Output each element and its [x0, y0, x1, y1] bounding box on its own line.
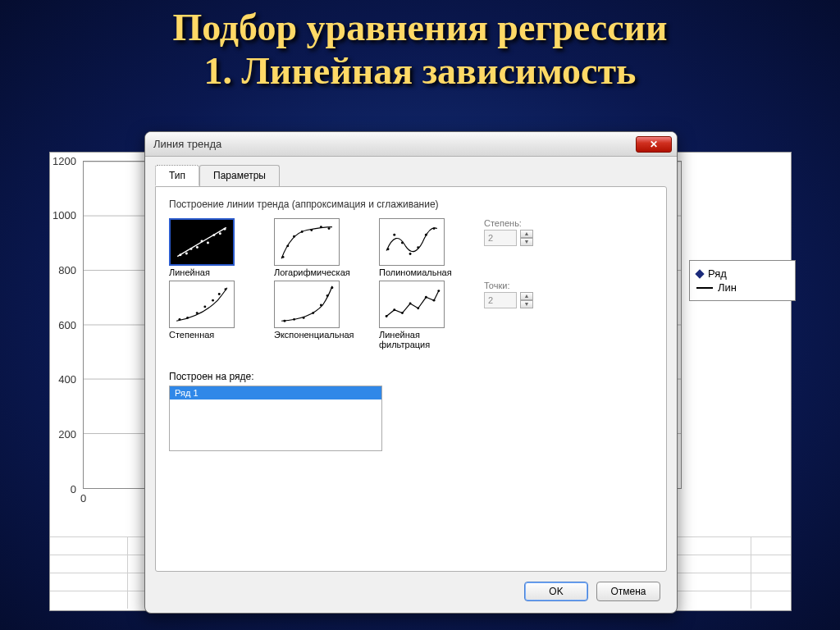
trend-label-movavg: Линейная фильтрация — [379, 330, 469, 349]
degree-spinner-group: Степень: ▲ ▼ — [484, 218, 653, 246]
svg-point-26 — [409, 253, 412, 255]
dialog-titlebar[interactable]: Линия тренда ✕ — [145, 132, 677, 157]
svg-point-48 — [417, 307, 419, 309]
series-list-label: Построен на ряде: — [169, 371, 653, 382]
ok-button[interactable]: OK — [524, 582, 588, 601]
trend-label-exponential: Экспоненциальная — [274, 330, 364, 340]
svg-point-42 — [326, 294, 329, 297]
legend-item: Ряд — [696, 267, 788, 280]
y-tick: 600 — [58, 319, 76, 331]
svg-point-40 — [312, 312, 314, 314]
svg-point-47 — [409, 303, 412, 305]
trend-label-power: Степенная — [169, 330, 259, 340]
svg-point-44 — [386, 315, 388, 317]
svg-point-11 — [201, 240, 203, 243]
group-label: Построение линии тренда (аппроксимация и… — [169, 199, 653, 210]
svg-point-33 — [203, 305, 206, 308]
svg-point-22 — [328, 227, 331, 230]
y-tick: 800 — [58, 264, 76, 276]
svg-point-34 — [212, 299, 214, 302]
degree-down-button[interactable]: ▼ — [520, 238, 533, 246]
degree-input[interactable] — [484, 230, 517, 246]
svg-point-39 — [303, 317, 305, 319]
svg-point-32 — [196, 312, 199, 314]
trend-type-logarithmic[interactable] — [274, 218, 340, 266]
line-marker-icon — [696, 287, 713, 289]
svg-point-50 — [433, 299, 436, 302]
degree-label: Степень: — [484, 218, 653, 228]
tab-type[interactable]: Тип — [155, 165, 199, 186]
svg-point-16 — [282, 256, 285, 258]
svg-point-43 — [331, 286, 333, 289]
slide-title-line2: 1. Линейная зависимость — [0, 50, 840, 94]
svg-point-28 — [425, 234, 427, 236]
svg-point-9 — [189, 248, 192, 250]
svg-point-12 — [207, 241, 209, 244]
svg-point-7 — [179, 253, 181, 256]
svg-point-46 — [401, 312, 404, 314]
trend-label-linear: Линейная — [169, 267, 259, 277]
svg-point-8 — [185, 252, 188, 254]
svg-point-30 — [179, 318, 181, 321]
tab-parameters[interactable]: Параметры — [199, 165, 280, 186]
trend-type-polynomial[interactable] — [379, 218, 445, 266]
svg-point-14 — [219, 232, 221, 235]
diamond-marker-icon — [695, 269, 704, 278]
points-label: Точки: — [484, 281, 653, 290]
degree-up-button[interactable]: ▲ — [520, 230, 533, 238]
svg-point-20 — [310, 229, 313, 231]
points-spinner-group: Точки: ▲ ▼ — [484, 281, 653, 308]
points-up-button[interactable]: ▲ — [520, 292, 533, 300]
svg-point-49 — [425, 296, 427, 299]
trend-label-polynomial: Полиномиальная — [379, 267, 469, 277]
close-icon: ✕ — [650, 139, 658, 150]
trend-type-power[interactable] — [169, 281, 235, 328]
svg-point-25 — [401, 242, 404, 244]
dialog-title: Линия тренда — [153, 138, 636, 150]
tab-panel-type: Построение линии тренда (аппроксимация и… — [155, 186, 667, 572]
series-listbox[interactable]: Ряд 1 — [169, 386, 382, 451]
trend-type-exponential[interactable] — [274, 281, 340, 328]
points-down-button[interactable]: ▼ — [520, 300, 533, 308]
dialog-tabs: Тип Параметры — [145, 157, 677, 186]
svg-point-13 — [212, 234, 215, 236]
y-tick: 400 — [58, 373, 76, 386]
svg-point-15 — [223, 228, 226, 231]
points-input[interactable] — [484, 292, 517, 308]
x-tick: 0 — [80, 492, 86, 504]
y-tick: 1000 — [52, 209, 76, 221]
legend-label: Лин — [718, 281, 737, 294]
slide-title: Подбор уравнения регрессии 1. Линейная з… — [0, 0, 840, 94]
svg-point-35 — [218, 293, 221, 295]
dialog-button-row: OK Отмена — [524, 582, 660, 601]
y-tick: 1200 — [52, 155, 76, 167]
series-list-item[interactable]: Ряд 1 — [170, 386, 381, 399]
close-button[interactable]: ✕ — [636, 136, 672, 153]
trend-type-linear[interactable] — [169, 218, 235, 266]
y-axis-ticks: 0 200 400 600 800 1000 1200 — [50, 161, 80, 489]
svg-point-29 — [433, 227, 436, 230]
y-tick: 0 — [71, 483, 76, 495]
slide-title-line1: Подбор уравнения регрессии — [0, 7, 840, 50]
svg-point-36 — [225, 288, 227, 290]
chart-legend: Ряд Лин — [689, 260, 796, 301]
svg-point-51 — [437, 290, 440, 292]
svg-point-23 — [387, 248, 390, 250]
cancel-button[interactable]: Отмена — [596, 582, 660, 601]
svg-point-31 — [186, 317, 189, 319]
svg-point-21 — [320, 226, 322, 228]
y-tick: 200 — [58, 428, 76, 441]
legend-item: Лин — [696, 281, 788, 294]
svg-point-45 — [393, 308, 395, 311]
legend-label: Ряд — [708, 267, 727, 280]
svg-point-37 — [284, 320, 286, 322]
trend-type-moving-average[interactable] — [379, 281, 445, 328]
svg-point-27 — [417, 246, 419, 249]
svg-point-17 — [286, 244, 289, 247]
svg-point-24 — [393, 234, 395, 236]
trendline-dialog: Линия тренда ✕ Тип Параметры Построение … — [144, 131, 678, 614]
svg-point-10 — [196, 246, 199, 249]
svg-point-41 — [320, 304, 322, 307]
trend-label-logarithmic: Логарифмическая — [274, 267, 364, 277]
svg-point-18 — [293, 235, 295, 238]
